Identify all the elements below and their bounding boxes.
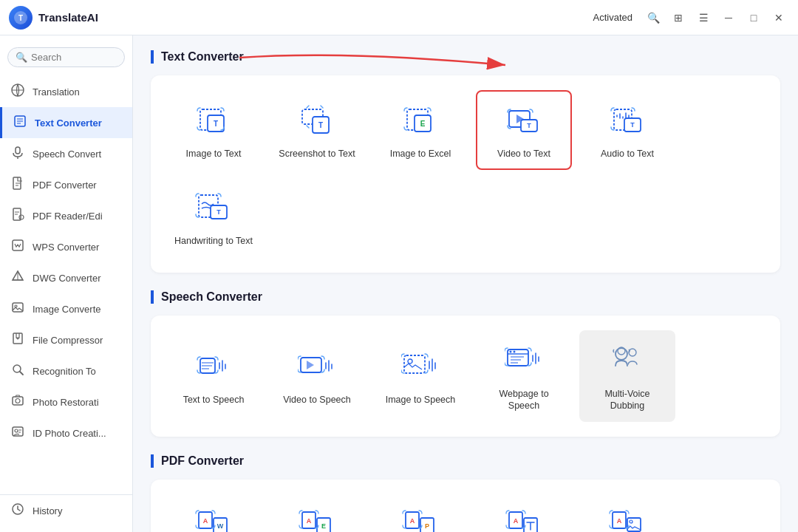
sidebar-item-wps[interactable]: WPS Converter [0, 231, 132, 262]
pdf-to-excel-icon: A E [296, 505, 338, 532]
close-button[interactable]: ✕ [768, 7, 789, 28]
card-text-to-speech[interactable]: Text to Speech [166, 330, 262, 423]
pdf-converter-title: PDF Converter [151, 454, 780, 468]
sidebar-item-pdf[interactable]: PDF Converter [0, 169, 132, 200]
audio-to-text-icon: T [607, 100, 648, 142]
card-handwriting-to-text[interactable]: T Handwriting to Text [166, 177, 262, 257]
titlebar-right: Activated 🔍 ⊞ ☰ ─ □ ✕ [593, 7, 789, 28]
pdf-to-ppt-icon: A P [400, 505, 441, 532]
minimize-button[interactable]: ─ [718, 7, 739, 28]
sidebar-label-pdf: PDF Converter [33, 180, 122, 191]
text-converter-section: Text Converter T Image to Text [151, 50, 780, 273]
card-pdf-to-image[interactable]: A PDF to Image [579, 494, 675, 532]
pdf-to-word-icon: A W [193, 505, 234, 532]
video-to-speech-icon [296, 347, 338, 388]
card-pdf-to-ppt[interactable]: A P PDF to PPT [372, 494, 468, 532]
pdf-to-image-icon: A [607, 505, 648, 532]
speech-converter-grid: Text to Speech Video to Speech [151, 316, 780, 437]
card-pdf-to-excel[interactable]: A E PDF to Excel [269, 494, 365, 532]
svg-text:T: T [527, 122, 531, 129]
card-pdf-to-txt[interactable]: A PDF to TXT [476, 494, 572, 532]
svg-text:A: A [307, 517, 312, 525]
card-label-multi-voice: Multi-Voice Dubbing [587, 388, 668, 412]
layout-button[interactable]: ⊞ [668, 7, 689, 28]
sidebar-label-text-converter: Text Converter [35, 117, 122, 129]
sidebar-item-text-converter[interactable]: Text Converter [0, 107, 132, 138]
card-label-image-to-excel: Image to Excel [390, 148, 451, 160]
card-webpage-to-speech[interactable]: Webpage to Speech [476, 330, 572, 423]
svg-marker-41 [307, 361, 314, 369]
card-label-text-to-speech: Text to Speech [183, 394, 245, 406]
sidebar-label-file-compress: File Compressor [33, 335, 122, 346]
speech-converter-section: Speech Converter Text to Speech [151, 290, 780, 437]
sidebar-label-history: History [33, 505, 122, 516]
sidebar-item-speech[interactable]: Speech Convert [0, 138, 132, 169]
sidebar-item-translation[interactable]: Translation [0, 76, 132, 107]
pdfreader-icon [10, 208, 25, 224]
webpage-to-speech-icon [503, 341, 545, 382]
sidebar-item-file-compress[interactable]: File Compressor [0, 324, 132, 355]
pdf-to-txt-icon: A [503, 505, 545, 532]
card-video-to-text[interactable]: T Video to Text [476, 90, 572, 170]
svg-rect-10 [13, 303, 23, 312]
svg-point-7 [19, 215, 24, 219]
sidebar-item-image[interactable]: Image Converte [0, 293, 132, 324]
app-logo: T [9, 6, 33, 30]
card-label-handwriting-to-text: Handwriting to Text [174, 235, 253, 247]
card-screenshot-to-text[interactable]: T Screenshot to Text [269, 90, 365, 170]
sidebar-item-history[interactable]: History [0, 495, 132, 526]
card-label-video-to-speech: Video to Speech [283, 394, 351, 406]
svg-point-45 [510, 350, 512, 352]
sidebar-label-recognition: Recognition To [33, 366, 122, 377]
text-to-speech-icon [193, 347, 234, 388]
sidebar-item-recognition[interactable]: Recognition To [0, 355, 132, 386]
compress-icon [10, 332, 25, 348]
video-to-text-icon: T [503, 100, 545, 142]
sidebar-item-pdfreader[interactable]: PDF Reader/Edi [0, 200, 132, 231]
svg-point-68 [630, 520, 632, 523]
card-image-to-excel[interactable]: E Image to Excel [372, 90, 468, 170]
sidebar-item-dwg[interactable]: DWG Converter [0, 262, 132, 293]
image-to-text-icon: T [193, 100, 234, 142]
titlebar-left: T TranslateAI [9, 6, 98, 30]
card-pdf-to-word[interactable]: A W PDF to Word [166, 494, 262, 532]
search-container[interactable]: 🔍 [7, 47, 125, 67]
svg-point-46 [514, 350, 516, 352]
svg-point-15 [16, 399, 20, 403]
pdf-converter-section: PDF Converter A W PDF to Word [151, 454, 780, 532]
speech-converter-title: Speech Converter [151, 290, 780, 304]
maximize-button[interactable]: □ [743, 7, 764, 28]
menu-button[interactable]: ☰ [693, 7, 714, 28]
card-audio-to-text[interactable]: T Audio to Text [579, 90, 675, 170]
sidebar-label-photo: Photo Restorati [33, 397, 122, 408]
screenshot-to-text-icon: T [296, 100, 338, 142]
sidebar-item-id-photo[interactable]: ID Photo Creati... [0, 417, 132, 449]
app-title: TranslateAI [38, 11, 98, 24]
svg-point-17 [15, 429, 18, 432]
main-layout: 🔍 Translation Text Converter Speech Conv… [0, 35, 798, 532]
wps-icon [10, 239, 25, 255]
sidebar-label-dwg: DWG Converter [33, 273, 122, 284]
card-label-video-to-text: Video to Text [497, 148, 550, 160]
search-input[interactable] [31, 52, 117, 63]
recognition-icon [10, 363, 25, 379]
svg-rect-12 [13, 333, 22, 344]
svg-text:E: E [420, 120, 426, 128]
card-video-to-speech[interactable]: Video to Speech [269, 330, 365, 423]
svg-text:A: A [617, 517, 622, 525]
text-converter-title: Text Converter [151, 50, 780, 64]
card-image-to-text[interactable]: T Image to Text [166, 90, 262, 170]
card-image-to-speech[interactable]: Image to Speech [372, 330, 468, 423]
sidebar-item-photo[interactable]: Photo Restorati [0, 386, 132, 417]
svg-text:T: T [318, 121, 323, 129]
text-converter-grid: T Image to Text T [151, 75, 780, 273]
svg-text:A: A [514, 517, 519, 525]
activated-badge: Activated [593, 12, 632, 23]
search-button[interactable]: 🔍 [643, 7, 664, 28]
sidebar-bottom: History [0, 494, 132, 526]
card-multi-voice[interactable]: Multi-Voice Dubbing [579, 330, 675, 423]
translation-icon [10, 83, 25, 100]
svg-point-43 [408, 359, 412, 364]
svg-text:T: T [216, 208, 221, 216]
card-label-audio-to-text: Audio to Text [601, 148, 654, 160]
